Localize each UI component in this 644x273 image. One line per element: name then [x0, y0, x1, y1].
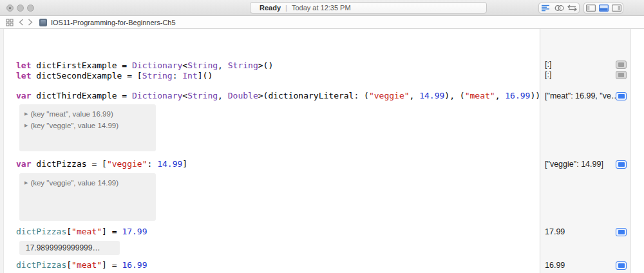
code-token-plain: , — [218, 91, 228, 100]
show-result-button[interactable] — [616, 92, 627, 100]
code-token-plain: dictPizzas = [ — [31, 159, 106, 169]
navigator-panel-icon — [586, 5, 596, 12]
sidebar-result-text: [:] — [545, 60, 551, 69]
activity-status: Ready | Today at 12:35 PM — [250, 2, 487, 14]
code-token-type: String — [228, 61, 258, 70]
code-line[interactable]: dictPizzas["meat"] = 16.99 — [16, 261, 147, 270]
sidebar-result-text: ["meat": 16.99, "ve… — [545, 91, 619, 100]
status-timestamp: Today at 12:35 PM — [292, 4, 351, 12]
result-entry-text: (key "veggie", value 14.99) — [30, 122, 118, 129]
assistant-editor-icon — [554, 5, 564, 12]
sidebar-result-text: [:] — [545, 70, 551, 79]
code-token-kw: let — [16, 61, 31, 70]
navigator-panel-button[interactable] — [584, 3, 597, 13]
show-result-button[interactable] — [616, 160, 627, 169]
xcode-playground-window: Ready | Today at 12:35 PM — [0, 0, 644, 273]
code-token-kw: let — [16, 71, 31, 80]
show-result-button[interactable] — [616, 61, 627, 69]
sidebar-result-text: ["veggie": 14.99] — [545, 160, 603, 169]
forward-chevron-icon — [28, 19, 33, 26]
code-token-plain: [ — [66, 227, 71, 236]
code-token-plain: )) — [530, 91, 540, 100]
code-line[interactable]: var dictThirdExample = Dictionary<String… — [16, 91, 540, 100]
code-token-num: 17.99 — [122, 227, 147, 236]
utilities-panel-button[interactable] — [610, 3, 623, 13]
show-result-button[interactable] — [616, 261, 627, 270]
code-token-num: 14.99 — [419, 91, 444, 100]
code-token-type: Dictionary — [132, 91, 182, 100]
status-separator: | — [285, 4, 287, 12]
code-token-str: "veggie" — [369, 91, 410, 100]
code-token-num: 16.99 — [122, 260, 147, 270]
code-line[interactable]: var dictPizzas = ["veggie": 14.99] — [16, 160, 187, 169]
code-token-plain: dictSecondExample = [ — [31, 71, 142, 80]
code-token-plain: >(dictionaryLiteral: ( — [258, 91, 369, 100]
code-token-plain: dictThirdExample = — [31, 91, 132, 100]
code-token-type: Int — [182, 71, 197, 80]
code-token-type: String — [142, 71, 173, 80]
result-value-text: 17.9899999999999… — [26, 243, 120, 252]
result-entry-text: (key "veggie", value 14.99) — [30, 179, 118, 187]
code-token-kw: var — [16, 159, 31, 169]
code-token-str: "meat" — [71, 260, 102, 270]
back-button[interactable] — [19, 19, 24, 26]
code-token-var: dictPizzas — [16, 260, 66, 270]
standard-editor-icon — [541, 5, 550, 12]
code-token-str: "meat" — [465, 91, 495, 100]
code-token-type: String — [187, 61, 218, 70]
code-token-str: "meat" — [71, 227, 102, 236]
code-token-plain: , — [495, 91, 506, 100]
result-entry[interactable]: ▶(key "meat", value 16.99) — [24, 109, 156, 119]
code-token-plain: ] = — [102, 260, 122, 270]
code-token-plain: : — [147, 159, 158, 169]
disclosure-triangle-icon[interactable]: ▶ — [24, 123, 28, 128]
code-line[interactable]: let dictFirstExample = Dictionary<String… — [16, 61, 273, 70]
code-line[interactable]: let dictSecondExample = [String: Int]() — [16, 71, 213, 80]
debug-area-icon — [599, 5, 609, 12]
jumpbar-file-name[interactable]: IOS11-Programming-for-Beginners-Ch5 — [51, 19, 176, 26]
inline-result-box: 17.9899999999999… — [19, 241, 120, 255]
code-token-plain: >() — [258, 61, 273, 70]
result-entry[interactable]: ▶(key "veggie", value 14.99) — [24, 178, 156, 188]
minimize-window-button[interactable] — [17, 5, 24, 12]
titlebar: Ready | Today at 12:35 PM — [0, 0, 644, 16]
code-token-str: "veggie" — [107, 159, 147, 169]
close-window-button[interactable] — [6, 5, 14, 12]
forward-button[interactable] — [28, 19, 33, 26]
inline-result-box: ▶(key "veggie", value 14.99) — [19, 173, 156, 221]
disclosure-triangle-icon[interactable]: ▶ — [24, 111, 28, 117]
show-result-button[interactable] — [616, 71, 627, 79]
sidebar-result-text: 17.99 — [545, 227, 565, 236]
code-token-var: dictPizzas — [16, 227, 66, 236]
inline-result-box: ▶(key "meat", value 16.99)▶(key "veggie"… — [19, 104, 156, 151]
zoom-window-button[interactable] — [27, 5, 34, 12]
assistant-editor-button[interactable] — [553, 3, 566, 13]
status-text: Ready — [260, 4, 281, 12]
show-result-button[interactable] — [616, 228, 627, 236]
code-token-plain: ), ( — [444, 91, 464, 100]
standard-editor-button[interactable] — [539, 3, 553, 13]
code-token-kw: var — [16, 91, 31, 100]
code-token-plain: ] = — [102, 227, 122, 236]
code-token-plain: [ — [66, 260, 71, 270]
editor-content: let dictFirstExample = Dictionary<String… — [0, 29, 644, 273]
code-token-plain: : — [173, 71, 183, 80]
related-items-button[interactable] — [6, 19, 14, 26]
code-token-plain: < — [182, 91, 187, 100]
related-items-icon — [6, 19, 14, 26]
code-token-type: Double — [228, 91, 258, 100]
disclosure-triangle-icon[interactable]: ▶ — [24, 180, 28, 185]
code-token-plain: , — [218, 61, 228, 70]
back-chevron-icon — [19, 19, 24, 26]
editor-mode-segmented-control — [538, 3, 580, 14]
version-editor-icon — [567, 5, 577, 12]
debug-area-button[interactable] — [597, 3, 610, 13]
version-editor-button[interactable] — [565, 3, 579, 13]
panel-toggle-segmented-control — [583, 3, 623, 14]
code-token-plain: ] — [182, 159, 187, 169]
code-token-plain: ]() — [198, 71, 213, 80]
playground-file-icon — [39, 19, 47, 26]
result-entry[interactable]: ▶(key "veggie", value 14.99) — [24, 120, 156, 131]
code-line[interactable]: dictPizzas["meat"] = 17.99 — [16, 227, 147, 236]
code-token-plain: , — [410, 91, 420, 100]
